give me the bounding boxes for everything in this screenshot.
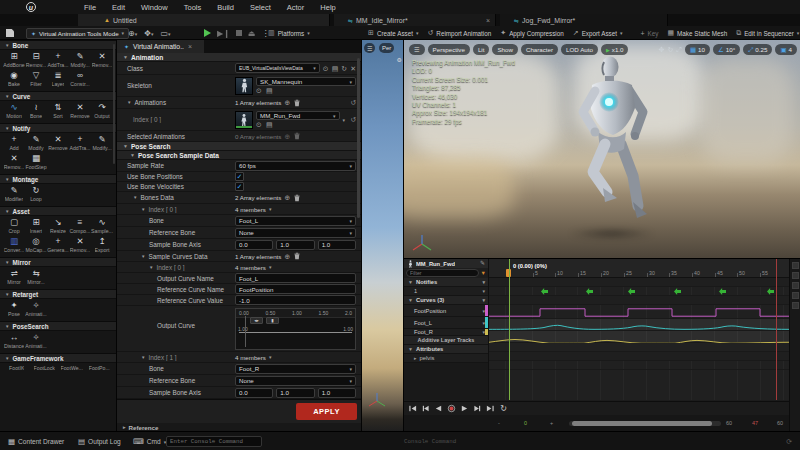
index-label[interactable]: ▼Index [ 0 ] [117, 206, 235, 213]
tool-button[interactable]: ✦ Pose [3, 301, 25, 318]
details-tab[interactable]: ✦ Virtual Animatio.. × [117, 40, 204, 53]
sidebar-section-header[interactable]: ▼ Curve [0, 91, 116, 101]
add-element-icon[interactable]: ⊕ [284, 253, 290, 260]
chevron-down-icon[interactable]: ▾ [269, 264, 272, 270]
additive-layer-tracks-button[interactable]: Additive Layer Tracks [404, 336, 488, 345]
unreal-logo-icon[interactable]: u [26, 2, 36, 12]
curve-track-row[interactable]: Foot_L ▾ [404, 317, 488, 329]
loop-button[interactable]: ↻ [498, 404, 509, 414]
reference-bone-dropdown[interactable]: None▾ [235, 376, 356, 386]
cmd-dropdown[interactable]: ⌨ Cmd ▾ [133, 432, 166, 450]
axis-x-field[interactable] [235, 388, 273, 398]
curve-tool-icon[interactable] [792, 292, 799, 299]
curve-track-row[interactable]: Foot_R ▾ [404, 329, 488, 336]
rotation-snap-pill[interactable]: ∠10° [713, 44, 740, 55]
refresh-icon[interactable]: ↻ [341, 65, 347, 72]
tool-button[interactable]: + AddTra... [69, 135, 91, 152]
tool-button[interactable]: ⊟ Remov... [25, 52, 47, 69]
bone-dropdown[interactable]: Foot_L▾ [235, 216, 356, 226]
play-reverse-button[interactable] [433, 404, 444, 414]
editor-mode-dropdown[interactable]: ✦ Virtual Animation Tools Mode ▾ [26, 28, 129, 39]
tab-untitled[interactable]: ▲ Untitled [78, 14, 330, 26]
tool-button[interactable]: ≡ Compo... [69, 218, 91, 235]
to-front-button[interactable] [407, 404, 418, 414]
trash-icon[interactable] [293, 194, 301, 202]
create-asset-button[interactable]: ⊞Create Asset▾ [368, 29, 418, 37]
output-log-button[interactable]: ▤ Output Log [78, 432, 121, 450]
tool-button[interactable]: ≣ Layer [47, 71, 69, 88]
menu-item[interactable]: Select [242, 3, 279, 12]
filter-input[interactable] [406, 269, 479, 277]
add-element-icon[interactable]: ⊕ [284, 133, 290, 140]
output-curve-widget[interactable]: 0.000.501.001.502.0 ◂▸ ▮ 1.00 1.00 [235, 308, 356, 350]
curve-track-row[interactable]: FootPosition ▾ [404, 305, 488, 317]
curve-tool-icon[interactable] [792, 282, 799, 289]
reset-icon[interactable]: ↺ [350, 116, 356, 124]
trash-icon[interactable] [293, 99, 301, 107]
tool-button[interactable]: ✧ Animati... [25, 301, 47, 318]
grid-snap-pill[interactable]: ▦10 [685, 44, 710, 55]
menu-item[interactable]: Actor [279, 3, 313, 12]
rotate-tool-icon[interactable]: ↻ [667, 46, 673, 54]
axis-x-field[interactable] [235, 240, 273, 250]
close-icon[interactable]: × [188, 43, 192, 50]
tool-button[interactable]: ↥ Export [91, 237, 113, 254]
tab-jog-fwd-mirror[interactable]: ⇋ Jog_Fwd_Mirror* [500, 14, 668, 26]
tool-button[interactable]: ↔ Distance [3, 333, 25, 350]
sample-rate-dropdown[interactable]: 60 fps▾ [235, 161, 356, 171]
scale-snap-pill[interactable]: ⤢0.25 [743, 44, 772, 55]
property-label[interactable]: ▼Animations [117, 99, 235, 106]
trash-icon[interactable] [293, 252, 301, 260]
sidebar-section-header[interactable]: ▼ GameFramework [0, 353, 116, 363]
copy-icon[interactable]: ▤ [332, 65, 339, 72]
sidebar-section-header[interactable]: ▼ Asset [0, 206, 116, 216]
curve-tool-icon[interactable] [792, 302, 799, 309]
make-static-mesh-button[interactable]: ▦Make Static Mesh [667, 29, 727, 37]
tool-button[interactable]: ⊞ AddBone [3, 52, 25, 69]
curve-tool-icon[interactable] [792, 262, 799, 269]
export-asset-button[interactable]: ↗Export Asset▾ [573, 29, 623, 37]
tool-button[interactable]: ◉ Bake [3, 71, 25, 88]
frame-skip-button[interactable]: ▶❙ [217, 29, 230, 38]
tool-button[interactable]: ✎ Modify... [69, 52, 91, 69]
notify-marker[interactable] [628, 288, 635, 295]
tool-button[interactable]: ▥ Conver... [3, 237, 25, 254]
copy-icon[interactable]: ▤ [266, 87, 273, 94]
details-scrollbar[interactable] [357, 58, 360, 218]
sidebar-section-header[interactable]: ▼ Mirror [0, 257, 116, 267]
sidebar-scrollbar[interactable] [113, 44, 115, 164]
gear-icon[interactable]: ⚙ [397, 56, 402, 63]
tool-button[interactable]: FootWe... [58, 365, 86, 382]
filter-icon[interactable]: ▼ [481, 270, 486, 276]
browse-icon[interactable]: ⊙ [256, 87, 262, 94]
reset-icon[interactable]: ↺ [350, 99, 356, 107]
tool-button[interactable]: + AddTra... [47, 52, 69, 69]
notify-marker[interactable] [767, 288, 774, 295]
viewport-pill[interactable]: Perspective [428, 44, 470, 55]
revision-control-icon[interactable]: ⟳ [786, 438, 792, 446]
tool-button[interactable]: FootPo... [86, 365, 114, 382]
tool-button[interactable]: ↷ Output [91, 103, 113, 120]
tool-button[interactable]: ✕ Remove [69, 103, 91, 120]
animation-preview-viewport[interactable]: ☰ PerspectiveLitShowCharacterLOD Auto ▶ … [404, 40, 800, 258]
tool-button[interactable]: ∿ Sample... [91, 218, 113, 235]
pelvis-row[interactable]: ▸pelvis [404, 354, 488, 363]
copy-icon[interactable]: ▤ [266, 121, 273, 128]
tool-button[interactable]: ∞ Constr... [69, 71, 91, 88]
console-command-input[interactable] [166, 436, 262, 447]
notify-marker[interactable] [541, 288, 548, 295]
record-button[interactable] [446, 404, 457, 414]
key-button[interactable]: +Key [641, 30, 659, 37]
category-animation[interactable]: ▼Animation [117, 53, 361, 62]
tool-button[interactable]: + Genera... [47, 237, 69, 254]
output-curve-name-field[interactable] [235, 273, 356, 283]
curves-group[interactable]: ▼Curves (3)▾ [404, 296, 488, 305]
axis-y-field[interactable] [276, 240, 314, 250]
notify-marker[interactable] [719, 288, 726, 295]
browse-icon[interactable]: ⊙ [323, 65, 329, 72]
tool-button[interactable]: ▽ Filter [25, 71, 47, 88]
tool-button[interactable]: ⊞ Insert [25, 218, 47, 235]
sidebar-section-header[interactable]: ▼ Bone [0, 40, 116, 50]
add-element-icon[interactable]: ⊕ [284, 99, 290, 106]
property-label[interactable]: ▼Bones Data [117, 194, 235, 201]
